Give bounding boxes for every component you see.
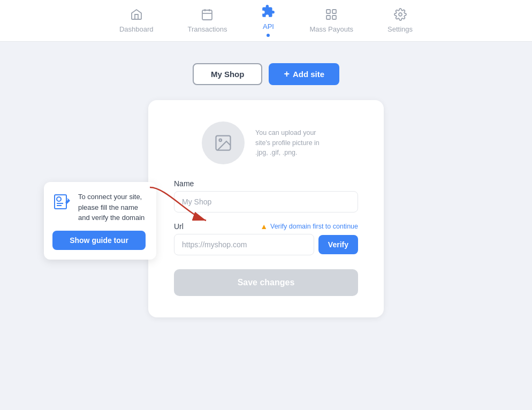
nav-dashboard[interactable]: Dashboard	[115, 6, 158, 35]
nav-dashboard-label: Dashboard	[119, 25, 154, 33]
site-card: You can upload your site's profile pictu…	[148, 100, 384, 317]
guide-card-inner: To connect your site, please fill the na…	[52, 192, 146, 223]
nav-settings-label: Settings	[387, 25, 413, 33]
svg-rect-11	[55, 195, 66, 209]
save-button[interactable]: Save changes	[174, 269, 358, 296]
add-site-label: Add site	[293, 70, 324, 79]
url-warning-text: Verify domain first to continue	[270, 223, 358, 230]
house-icon	[130, 8, 143, 23]
tab-row: My Shop + Add site	[193, 63, 339, 85]
url-input-row: Verify	[174, 234, 358, 255]
avatar-hint: You can upload your site's profile pictu…	[255, 128, 330, 158]
nav-transactions[interactable]: Transactions	[184, 6, 232, 35]
warning-icon: ▲	[260, 222, 268, 231]
nav-mass-payouts[interactable]: Mass Payouts	[305, 6, 358, 35]
nav-api[interactable]: API	[257, 2, 279, 39]
url-form-group: Url ▲ Verify domain first to continue Ve…	[174, 222, 358, 255]
avatar-row: You can upload your site's profile pictu…	[174, 122, 358, 164]
guide-icon	[52, 192, 72, 223]
url-label-row: Url ▲ Verify domain first to continue	[174, 222, 358, 231]
grid-icon	[325, 8, 338, 23]
url-warning: ▲ Verify domain first to continue	[260, 222, 358, 231]
nav-mass-payouts-label: Mass Payouts	[309, 25, 353, 33]
image-placeholder-icon	[214, 133, 233, 153]
name-input[interactable]	[174, 191, 358, 212]
nav-settings[interactable]: Settings	[383, 6, 417, 35]
verify-button[interactable]: Verify	[318, 235, 358, 254]
url-label: Url	[174, 222, 184, 231]
nav-api-label: API	[263, 22, 274, 31]
plus-icon: +	[284, 69, 290, 80]
calendar-icon	[201, 8, 214, 23]
show-guide-tour-button[interactable]: Show guide tour	[52, 231, 146, 250]
svg-rect-5	[332, 10, 336, 13]
tab-my-shop[interactable]: My Shop	[193, 63, 263, 85]
svg-point-10	[219, 139, 222, 142]
name-form-group: Name	[174, 179, 358, 212]
svg-point-12	[57, 197, 61, 201]
avatar[interactable]	[202, 122, 245, 164]
nav-active-dot	[267, 34, 270, 37]
guide-tooltip: To connect your site, please fill the na…	[44, 182, 156, 260]
main-content: My Shop + Add site You can upload your s…	[0, 42, 532, 339]
svg-rect-0	[202, 10, 212, 20]
puzzle-icon	[261, 4, 275, 20]
svg-rect-7	[332, 16, 336, 19]
name-label: Name	[174, 179, 358, 188]
tab-add-site[interactable]: + Add site	[269, 63, 339, 85]
url-input[interactable]	[174, 234, 314, 255]
svg-line-15	[67, 199, 69, 200]
svg-rect-6	[326, 16, 330, 19]
nav-transactions-label: Transactions	[188, 25, 227, 33]
svg-point-8	[399, 13, 402, 16]
svg-rect-4	[326, 10, 330, 13]
guide-text: To connect your site, please fill the na…	[78, 192, 146, 223]
navbar: Dashboard Transactions API	[0, 0, 532, 42]
gear-icon	[394, 8, 407, 23]
